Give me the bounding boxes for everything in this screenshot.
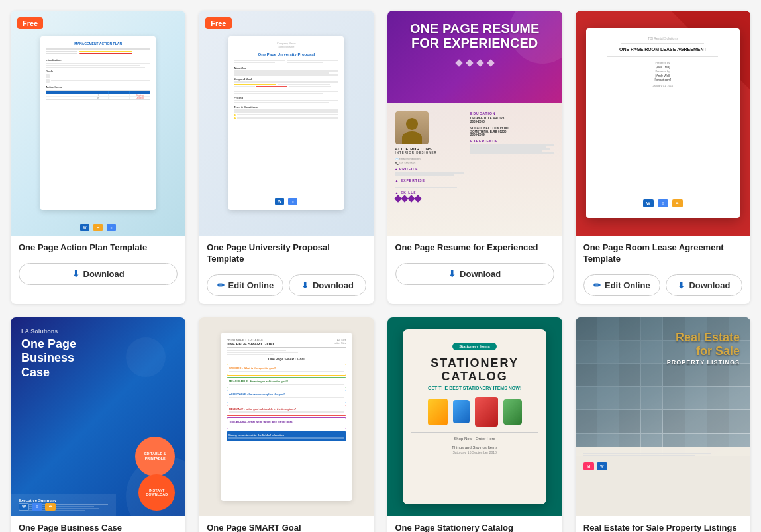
smart-title: ONE PAGE SMART GOAL [227,342,275,346]
card-resume-experienced: Free ONE PAGE RESUMEFOR EXPERIENCED [387,11,562,304]
download-button-lease[interactable]: ⬇ Download [666,274,742,296]
card-actions-resume: ⬇ Download [387,263,562,293]
card-smart-goal: PRINTABLE | EDITABLE ONE PAGE SMART GOAL… [199,317,374,532]
resume-headline: ONE PAGE RESUMEFOR EXPERIENCED [387,21,562,50]
download-label-2: Download [313,280,354,290]
card-title-action-plan: One Page Action Plan Template [19,242,178,254]
card-university-proposal: Free Company NameSchool Name One Page Un… [199,11,374,304]
card-info-real-estate: Real Estate for Sale Property Listings [576,516,750,532]
card-info-smart: One Page SMART Goal [199,516,374,532]
real-estate-sub: PROPERTY LISTINGS [667,359,740,366]
card-info-university: One Page University Proposal Template [199,236,374,274]
download-button-university[interactable]: ⬇ Download [289,274,366,296]
edit-icon-2: ✏ [593,280,601,290]
card-title-university: One Page University Proposal Template [207,242,366,265]
smart-printable: PRINTABLE | EDITABLE [227,338,275,341]
download-icon-4: ⬇ [678,280,685,290]
download-label-3: Download [460,269,501,279]
download-button-action-plan[interactable]: ⬇ Download [19,263,178,285]
card-info-stationery: One Page Stationery Catalog [387,516,562,532]
edit-icon: ✏ [217,280,225,290]
stationery-sub: GET THE BEST STATIONERY ITEMS NOW! [428,386,521,390]
biz-title: One PageBusinessCase [21,337,76,380]
card-preview-stationery[interactable]: Stationery Items STATIONERYCATALOG GET T… [387,317,562,516]
card-title-lease: One Page Room Lease Agreement Template [583,242,742,265]
badge-free: Free [17,17,43,29]
card-info-resume: One Page Resume for Experienced [387,236,562,263]
univ-doc-title: One Page University Proposal [234,52,338,56]
card-preview-resume[interactable]: Free ONE PAGE RESUMEFOR EXPERIENCED [387,11,562,236]
card-preview-real-estate[interactable]: Real Estatefor Sale PROPERTY LISTINGS Id… [576,317,750,516]
card-info-lease: One Page Room Lease Agreement Template [576,236,750,274]
card-info-action-plan: One Page Action Plan Template [11,236,185,263]
card-actions-lease: ✏ Edit Online ⬇ Download [576,274,750,304]
edit-button-lease[interactable]: ✏ Edit Online [583,274,660,296]
download-icon: ⬇ [72,269,79,279]
card-title-resume: One Page Resume for Experienced [395,242,554,254]
card-title-real-estate: Real Estate for Sale Property Listings [583,523,742,532]
card-action-plan: Free MANAGEMENT ACTION PLAN [11,11,185,304]
biz-company: LA Solutions [21,328,76,335]
card-real-estate: Real Estatefor Sale PROPERTY LISTINGS Id… [576,317,750,532]
real-estate-title: Real Estatefor Sale [667,331,740,359]
stationery-title: STATIONERYCATALOG [431,357,519,384]
template-grid: Free MANAGEMENT ACTION PLAN [11,11,750,532]
card-preview-university-proposal[interactable]: Free Company NameSchool Name One Page Un… [199,11,374,236]
download-icon-3: ⬇ [448,269,456,279]
card-actions-university: ✏ Edit Online ⬇ Download [199,274,374,304]
card-title-stationery: One Page Stationery Catalog [395,523,554,532]
resume-job-title: INTERIOR DESIGNER [395,151,464,154]
download-label: Download [83,269,125,279]
card-preview-smart[interactable]: PRINTABLE | EDITABLE ONE PAGE SMART GOAL… [199,317,374,516]
badge-free-2: Free [205,17,231,29]
card-info-biz: One Page Business Case [11,516,185,532]
card-preview-biz[interactable]: LA Solutions One PageBusinessCase EDITAB… [11,317,185,516]
card-business-case: LA Solutions One PageBusinessCase EDITAB… [11,317,185,532]
card-actions-action-plan: ⬇ Download [11,263,185,293]
card-room-lease: Free TBI Rental Solutions ONE PAGE ROOM … [576,11,750,304]
action-plan-doc-title: MANAGEMENT ACTION PLAN [46,42,150,46]
card-stationery: Stationery Items STATIONERYCATALOG GET T… [387,317,562,532]
download-icon-2: ⬇ [301,280,309,290]
download-label-4: Download [689,280,730,290]
download-button-resume[interactable]: ⬇ Download [395,263,554,285]
edit-button-university[interactable]: ✏ Edit Online [207,274,283,296]
card-title-biz: One Page Business Case [19,523,178,532]
edit-label-2: Edit Online [605,280,650,290]
edit-label: Edit Online [228,280,274,290]
card-preview-lease[interactable]: Free TBI Rental Solutions ONE PAGE ROOM … [576,11,750,236]
lease-doc-title: ONE PAGE ROOM LEASE AGREEMENT [619,46,707,53]
card-title-smart: One Page SMART Goal [207,523,366,532]
card-preview-action-plan[interactable]: Free MANAGEMENT ACTION PLAN [11,11,185,236]
